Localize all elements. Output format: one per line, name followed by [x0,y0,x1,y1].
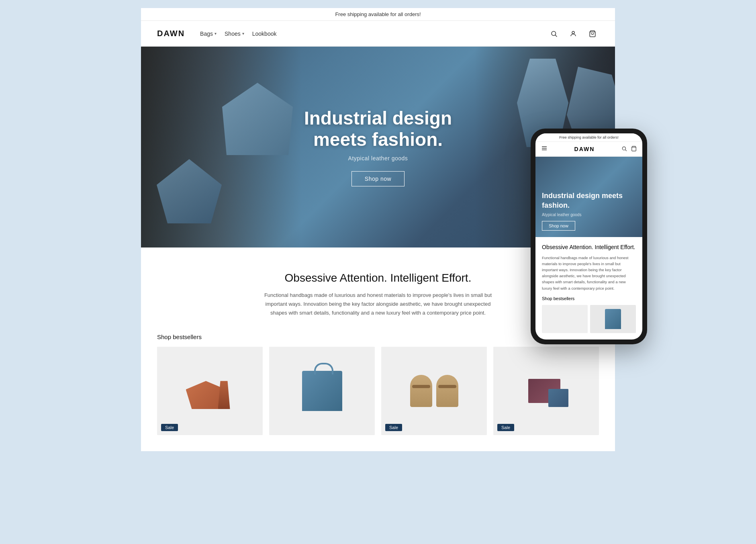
svg-line-8 [625,149,627,151]
svg-point-7 [622,147,625,150]
hero-subtitle: Atypical leather goods [304,155,452,162]
mobile-hero-content: Industrial design meets fashion. Atypica… [542,191,636,231]
product-shape-bag-blue [302,371,342,411]
sandal-right [436,375,458,407]
header-left: DAWN Bags ▾ Shoes ▾ Lookbook [157,29,280,39]
product-card-4[interactable]: Sale [493,347,599,435]
nav-shoes-label: Shoes [225,31,241,37]
mobile-shop-label: Shop bestsellers [542,296,636,301]
mobile-product-card-2[interactable] [590,305,636,333]
mobile-search-icon[interactable] [621,146,627,153]
sale-badge-1: Sale [161,424,178,431]
mobile-shop-now-button[interactable]: Shop now [542,221,575,231]
chevron-down-icon: ▾ [242,31,244,36]
mobile-menu-icon[interactable] [541,145,548,153]
mobile-mockup: Free shipping available for all orders! … [531,129,647,344]
nav-item-lookbook[interactable]: Lookbook [249,29,280,39]
svg-point-2 [572,31,574,34]
nav: Bags ▾ Shoes ▾ Lookbook [197,29,280,39]
mobile-products-grid [542,305,636,333]
announcement-bar: Free shipping available for all orders! [141,8,615,21]
product-image-4: Sale [493,347,599,435]
mobile-hero-title: Industrial design meets fashion. [542,191,636,210]
nav-bags-label: Bags [200,31,213,37]
account-icon[interactable] [567,27,580,40]
product-image-2 [269,347,375,435]
product-card-2[interactable] [269,347,375,435]
logo[interactable]: DAWN [157,29,185,38]
hero-title: Industrial designmeets fashion. [304,108,452,150]
search-icon[interactable] [548,27,560,40]
mobile-section-heading: Obsessive Attention. Intelligent Effort. [542,243,636,252]
chevron-down-icon: ▾ [215,31,217,36]
product-image-3: Sale [381,347,487,435]
mobile-product-card-1[interactable] [542,305,588,333]
section-description: Functional handbags made of luxurious an… [257,291,499,317]
hero-content: Industrial designmeets fashion. Atypical… [304,108,452,186]
product-card-3[interactable]: Sale [381,347,487,435]
mobile-cart-icon[interactable] [631,146,637,153]
product-image-1: Sale [157,347,263,435]
mobile-logo[interactable]: DAWN [574,146,595,152]
mobile-announcement-text: Free shipping available for all orders! [559,135,619,139]
cart-icon[interactable] [586,27,599,40]
header: DAWN Bags ▾ Shoes ▾ Lookbook [141,21,615,47]
nav-item-shoes[interactable]: Shoes ▾ [221,29,247,39]
nav-item-bags[interactable]: Bags ▾ [197,29,220,39]
product-shape-wallet [524,375,568,407]
mobile-hero: Industrial design meets fashion. Atypica… [535,157,642,237]
sale-badge-4: Sale [497,424,514,431]
mobile-section-description: Functional handbags made of luxurious an… [542,255,636,291]
sandal-left [410,375,432,407]
product-shape-bag-brown [186,373,234,409]
product-shape-sandals [410,375,458,407]
mobile-hero-subtitle: Atypical leather goods [542,213,636,217]
announcement-text: Free shipping available for all orders! [335,11,421,17]
svg-point-0 [552,31,556,36]
mobile-section: Obsessive Attention. Intelligent Effort.… [535,237,642,339]
nav-lookbook-label: Lookbook [252,31,277,37]
hero-shop-now-button[interactable]: Shop now [351,171,405,186]
sale-badge-3: Sale [385,424,402,431]
mobile-header-icons [621,146,637,153]
products-grid: Sale Sale [157,347,599,435]
mobile-screen: Free shipping available for all orders! … [535,133,642,339]
svg-line-1 [555,35,557,37]
mobile-header: DAWN [535,142,642,157]
product-card-1[interactable]: Sale [157,347,263,435]
mobile-announcement-bar: Free shipping available for all orders! [535,133,642,142]
header-icons [548,27,599,40]
